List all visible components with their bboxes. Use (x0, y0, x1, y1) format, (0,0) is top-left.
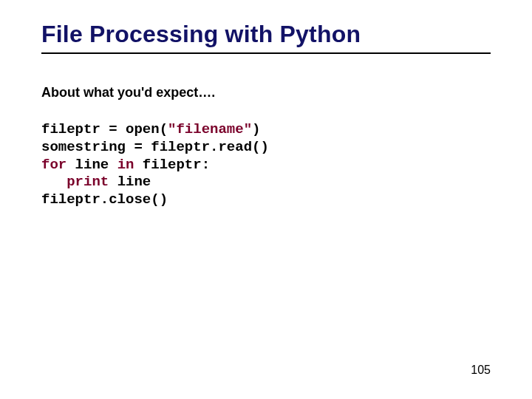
code-text: fileptr = open( (41, 121, 168, 137)
code-text: fileptr.close() (41, 191, 168, 208)
code-string: "filename" (168, 121, 252, 137)
code-text: somestring = fileptr.read() (41, 139, 269, 155)
code-block: fileptr = open("filename") somestring = … (41, 121, 491, 209)
code-keyword: print (66, 174, 109, 190)
code-keyword: for (41, 157, 66, 173)
code-text: fileptr: (134, 157, 210, 173)
subtitle: About what you'd expect…. (41, 85, 491, 100)
slide: File Processing with Python About what y… (0, 0, 532, 399)
code-text: line (109, 174, 151, 190)
code-text (41, 174, 66, 190)
code-keyword: in (117, 157, 134, 173)
code-text: line (66, 157, 117, 173)
code-text: ) (252, 121, 260, 137)
page-number: 105 (471, 364, 491, 377)
page-title: File Processing with Python (41, 21, 491, 48)
title-rule (41, 52, 491, 54)
